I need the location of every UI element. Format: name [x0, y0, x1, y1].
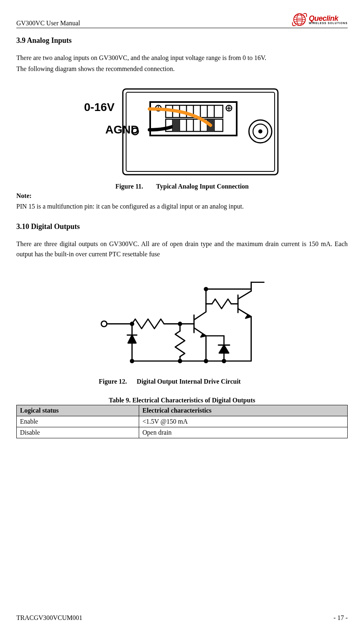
svg-marker-74: [219, 345, 229, 353]
svg-marker-69: [128, 335, 136, 343]
svg-rect-35: [173, 119, 180, 131]
figure-11: 0-16V AGND: [16, 86, 348, 180]
section-3-9-p2: The following diagram shows the recommen…: [16, 64, 348, 74]
svg-point-38: [101, 321, 107, 326]
logo-brand-name: Queclink: [309, 15, 348, 22]
svg-marker-53: [246, 315, 251, 318]
svg-point-79: [178, 359, 182, 362]
figure-12: [16, 275, 348, 375]
figure-12-title: Digital Output Internal Drive Circuit: [137, 378, 241, 385]
footer-doc-id: TRACGV300VCUM001: [16, 614, 82, 622]
svg-line-51: [238, 291, 251, 299]
svg-text:AGND: AGND: [105, 123, 139, 136]
note-label: Note:: [16, 192, 31, 199]
svg-point-3: [294, 16, 304, 18]
note-text: PIN 15 is a multifunction pin: it can be…: [16, 202, 348, 212]
table-header-row: Logical status Electrical characteristic…: [17, 405, 348, 416]
section-3-10-heading: 3.10 Digital Outputs: [16, 222, 348, 231]
figure-12-caption: Figure 12. Digital Output Internal Drive…: [16, 378, 348, 385]
svg-point-83: [204, 287, 208, 291]
svg-text:0-16V: 0-16V: [84, 101, 115, 113]
svg-marker-46: [201, 334, 206, 337]
section-3-10-p1: There are three digital outputs on GV300…: [16, 239, 348, 260]
table-cell: Disable: [17, 427, 139, 438]
figure-12-number: Figure 12.: [99, 378, 127, 385]
svg-point-72: [131, 322, 134, 325]
table-row: Enable <1.5V @150 mA: [17, 416, 348, 427]
table-row: Disable Open drain: [17, 427, 348, 438]
page-footer: TRACGV300VCUM001 - 17 -: [16, 614, 348, 622]
section-3-9-p1: There are two analog inputs on GV300VC, …: [16, 53, 348, 63]
figure-11-number: Figure 11.: [115, 183, 143, 190]
queclink-globe-icon: [292, 12, 307, 27]
svg-point-81: [131, 359, 134, 362]
analog-input-diagram-icon: 0-16V AGND: [84, 86, 280, 178]
digital-output-circuit-icon: [94, 275, 270, 373]
table-cell: <1.5V @150 mA: [139, 416, 348, 427]
doc-title: GV300VC User Manual: [16, 20, 80, 27]
table-9: Logical status Electrical characteristic…: [16, 405, 348, 438]
page-header: GV300VC User Manual Queclink WIRELESS SO…: [16, 12, 348, 28]
svg-point-80: [222, 359, 226, 362]
svg-line-44: [194, 312, 206, 320]
table-cell: Enable: [17, 416, 139, 427]
figure-11-caption: Figure 11. Typical Analog Input Connecti…: [16, 183, 348, 190]
figure-11-title: Typical Analog Input Connection: [156, 183, 249, 190]
table-header-cell: Logical status: [17, 405, 139, 416]
svg-point-10: [258, 129, 262, 133]
footer-page-number: - 17 -: [333, 614, 348, 622]
svg-point-78: [204, 359, 208, 362]
brand-logo: Queclink WIRELESS SOLUTIONS: [292, 12, 348, 27]
svg-point-4: [294, 21, 304, 24]
table-9-caption: Table 9. Electrical Characteristics of D…: [16, 397, 348, 404]
table-header-cell: Electrical characteristics: [139, 405, 348, 416]
logo-tagline: WIRELESS SOLUTIONS: [309, 22, 348, 25]
section-3-9-heading: 3.9 Analog Inputs: [16, 36, 348, 45]
table-cell: Open drain: [139, 427, 348, 438]
